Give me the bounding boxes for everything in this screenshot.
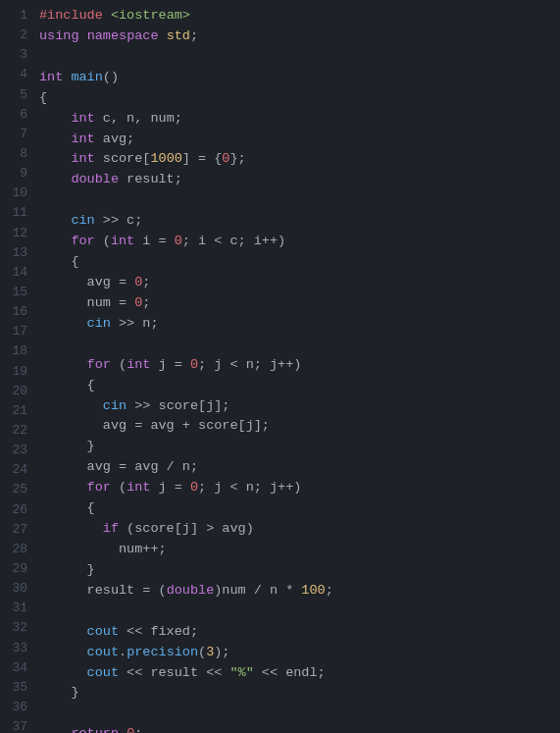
- code-area: #include <iostream>using namespace std; …: [35, 6, 560, 733]
- code-line: using namespace std;: [39, 26, 560, 47]
- line-number: 7: [6, 125, 27, 144]
- code-line: int main(): [39, 68, 560, 88]
- code-line: int score[1000] = {0};: [39, 149, 560, 170]
- line-number: 8: [6, 144, 27, 164]
- code-line: num = 0;: [39, 293, 560, 314]
- line-number: 22: [6, 421, 27, 441]
- code-line: for (int j = 0; j < n; j++): [39, 478, 560, 498]
- code-line: {: [39, 88, 560, 109]
- line-number: 29: [6, 559, 27, 579]
- code-line: {: [39, 376, 560, 396]
- line-number: 27: [6, 520, 27, 540]
- line-numbers: 1234567891011121314151617181920212223242…: [0, 6, 35, 733]
- code-line: return 0;: [39, 724, 560, 733]
- line-number: 16: [6, 302, 27, 322]
- line-number: 26: [6, 500, 27, 520]
- code-line: cout.precision(3);: [39, 643, 560, 663]
- code-line: [39, 602, 560, 622]
- line-number: 17: [6, 322, 27, 341]
- line-number: 15: [6, 283, 27, 302]
- line-number: 36: [6, 698, 27, 717]
- code-line: for (int i = 0; i < c; i++): [39, 232, 560, 252]
- code-line: if (score[j] > avg): [39, 519, 560, 540]
- code-line: int avg;: [39, 130, 560, 150]
- line-number: 4: [6, 65, 27, 84]
- code-line: cout << result << "%" << endl;: [39, 663, 560, 684]
- code-line: [39, 190, 560, 211]
- line-number: 31: [6, 599, 27, 618]
- code-line: avg = avg / n;: [39, 457, 560, 478]
- line-number: 11: [6, 203, 27, 223]
- code-line: avg = avg + score[j];: [39, 416, 560, 437]
- line-number: 25: [6, 480, 27, 499]
- line-number: 13: [6, 243, 27, 263]
- line-number: 28: [6, 540, 27, 559]
- code-editor: 1234567891011121314151617181920212223242…: [0, 0, 560, 733]
- line-number: 35: [6, 678, 27, 698]
- line-number: 6: [6, 105, 27, 125]
- code-line: result = (double)num / n * 100;: [39, 581, 560, 602]
- code-line: #include <iostream>: [39, 6, 560, 26]
- code-line: num++;: [39, 540, 560, 560]
- line-number: 34: [6, 658, 27, 678]
- line-number: 18: [6, 341, 27, 361]
- code-line: [39, 335, 560, 355]
- code-line: for (int j = 0; j < n; j++): [39, 355, 560, 376]
- code-line: {: [39, 252, 560, 273]
- line-number: 23: [6, 441, 27, 460]
- line-number: 32: [6, 618, 27, 638]
- line-number: 5: [6, 85, 27, 105]
- line-number: 2: [6, 26, 27, 45]
- code-line: [39, 704, 560, 724]
- line-number: 20: [6, 382, 27, 401]
- code-line: avg = 0;: [39, 273, 560, 293]
- line-number: 37: [6, 717, 27, 733]
- code-line: }: [39, 437, 560, 457]
- code-line: double result;: [39, 170, 560, 190]
- code-line: cout << fixed;: [39, 622, 560, 643]
- line-number: 14: [6, 263, 27, 283]
- code-line: cin >> score[j];: [39, 396, 560, 417]
- line-number: 1: [6, 6, 27, 26]
- line-number: 33: [6, 639, 27, 658]
- code-line: int c, n, num;: [39, 109, 560, 130]
- line-number: 3: [6, 45, 27, 65]
- code-line: cin >> n;: [39, 314, 560, 335]
- line-number: 10: [6, 183, 27, 203]
- code-line: {: [39, 498, 560, 519]
- line-number: 9: [6, 164, 27, 183]
- line-number: 21: [6, 401, 27, 421]
- code-line: cin >> c;: [39, 211, 560, 232]
- line-number: 12: [6, 224, 27, 243]
- code-line: }: [39, 683, 560, 704]
- line-number: 30: [6, 579, 27, 599]
- line-number: 19: [6, 362, 27, 382]
- code-line: [39, 47, 560, 68]
- line-number: 24: [6, 460, 27, 480]
- code-line: }: [39, 560, 560, 581]
